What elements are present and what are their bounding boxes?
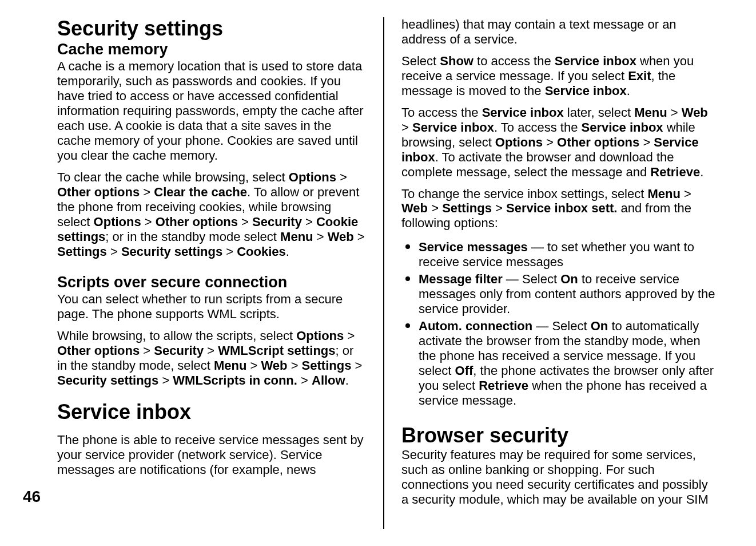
right-column: headlines) that may contain a text messa… [384, 17, 716, 529]
menu-path: Cookies [237, 244, 286, 259]
separator: > [297, 373, 312, 387]
menu-item: Service inbox [582, 120, 663, 134]
text: While browsing, to allow the scripts, se… [57, 329, 296, 343]
paragraph-scripts-path: While browsing, to allow the scripts, se… [57, 329, 366, 388]
menu-path: Security settings [57, 373, 158, 387]
text: . [345, 373, 349, 387]
option-name: Message filter [419, 272, 503, 286]
menu-path: Options [495, 135, 543, 149]
text: . [286, 244, 289, 259]
menu-path: Service inbox [412, 120, 494, 134]
separator: > [639, 135, 654, 149]
text: Select [401, 54, 440, 68]
paragraph-service-intro: The phone is able to receive service mes… [57, 433, 366, 477]
separator: > [141, 215, 156, 229]
menu-item: Service inbox [482, 105, 564, 120]
heading-browser-security: Browser security [401, 424, 716, 447]
menu-path: Allow [312, 373, 345, 387]
separator: > [344, 329, 355, 343]
menu-item: Show [440, 54, 474, 68]
separator: > [351, 358, 362, 373]
menu-item: Exit [628, 69, 651, 83]
menu-path: Security [252, 215, 302, 229]
separator: > [336, 170, 347, 184]
manual-page: 46 Security settings Cache memory A cach… [0, 0, 756, 546]
text: to access the [474, 54, 555, 68]
paragraph-browser-intro: Security features may be required for so… [401, 448, 716, 507]
separator: > [158, 373, 173, 387]
paragraph-cache-intro: A cache is a memory location that is use… [57, 59, 366, 163]
list-item: Autom. connection — Select On to automat… [419, 316, 716, 408]
text: To change the service inbox settings, se… [401, 187, 647, 201]
paragraph-show: Select Show to access the Service inbox … [401, 54, 716, 98]
paragraph-continuation: headlines) that may contain a text messa… [401, 17, 716, 47]
option-value: On [591, 319, 608, 333]
separator: > [107, 244, 121, 259]
text: — Select [532, 319, 590, 333]
menu-path: Other options [156, 215, 238, 229]
menu-path: Menu [647, 187, 680, 201]
heading-scripts: Scripts over secure connection [57, 274, 366, 291]
separator: > [313, 230, 328, 244]
menu-path: Other options [557, 135, 639, 149]
menu-path: Web [328, 230, 354, 244]
separator: > [354, 230, 365, 244]
heading-service-inbox: Service inbox [57, 401, 366, 424]
menu-path: Menu [634, 105, 667, 120]
text: ; or in the standby mode select [105, 230, 280, 244]
heading-cache-memory: Cache memory [57, 41, 366, 58]
text: To clear the cache while browsing, selec… [57, 170, 289, 184]
heading-security-settings: Security settings [57, 17, 366, 40]
separator: > [140, 185, 154, 199]
menu-path: Options [289, 170, 336, 184]
option-value: On [560, 272, 578, 286]
menu-path: Web [261, 358, 287, 373]
separator: > [428, 201, 442, 215]
menu-path: Web [401, 201, 428, 215]
separator: > [401, 120, 412, 134]
separator: > [681, 187, 691, 201]
separator: > [204, 343, 218, 358]
menu-path: Security [154, 343, 204, 358]
menu-item: Service inbox [555, 54, 636, 68]
text: To access the [401, 105, 482, 120]
separator: > [302, 215, 316, 229]
paragraph-change-settings: To change the service inbox settings, se… [401, 187, 716, 231]
menu-path: Menu [214, 358, 246, 373]
text: . [627, 84, 630, 98]
menu-path: Other options [57, 185, 140, 199]
list-item: Message filter — Select On to receive se… [419, 270, 716, 316]
menu-item: Service inbox [545, 84, 627, 98]
text: . To activate the browser and download t… [401, 150, 674, 179]
list-item: Service messages — to set whether you wa… [419, 238, 716, 270]
option-value: Retrieve [479, 378, 528, 393]
menu-path: Web [682, 105, 708, 120]
separator: > [667, 105, 682, 120]
left-column: Security settings Cache memory A cache i… [57, 17, 384, 529]
menu-path: WMLScripts in conn. [173, 373, 297, 387]
menu-path: Service inbox sett. [506, 201, 617, 215]
separator: > [222, 244, 237, 259]
options-list: Service messages — to set whether you wa… [401, 238, 716, 407]
text: later, select [564, 105, 635, 120]
menu-path: Security settings [121, 244, 222, 259]
menu-path: Settings [57, 244, 107, 259]
separator: > [492, 201, 506, 215]
menu-path: Options [296, 329, 344, 343]
paragraph-access: To access the Service inbox later, selec… [401, 105, 716, 180]
option-name: Service messages [419, 240, 528, 254]
text: — Select [503, 272, 560, 286]
menu-path: Other options [57, 343, 140, 358]
menu-path: WMLScript settings [218, 343, 335, 358]
option-name: Autom. connection [419, 319, 532, 333]
option-value: Off [455, 363, 474, 378]
text: . [700, 165, 703, 179]
separator: > [238, 215, 252, 229]
text-columns: Security settings Cache memory A cache i… [57, 17, 733, 529]
separator: > [288, 358, 302, 373]
separator: > [246, 358, 261, 373]
paragraph-scripts-intro: You can select whether to run scripts fr… [57, 292, 366, 322]
paragraph-clear-cache: To clear the cache while browsing, selec… [57, 170, 366, 259]
menu-path: Settings [302, 358, 352, 373]
menu-path: Clear the cache [154, 185, 247, 199]
